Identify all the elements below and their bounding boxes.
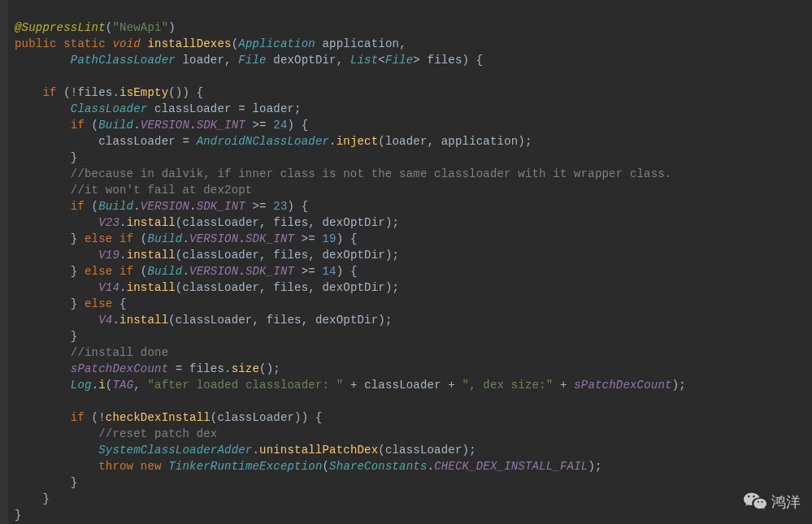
var: files	[273, 249, 308, 262]
kw-else: else	[85, 297, 112, 310]
method: size	[232, 362, 259, 375]
annotation: @SuppressLint	[15, 21, 106, 34]
const: SDK_INT	[245, 232, 294, 245]
type: TinkerRuntimeException	[168, 460, 322, 473]
var: dexOptDir	[323, 249, 385, 262]
method: i	[98, 379, 106, 392]
comment: //reset patch dex	[98, 427, 217, 440]
var: dexOptDir	[323, 216, 385, 229]
watermark: 鸿洋	[744, 492, 801, 513]
var: files	[77, 86, 112, 99]
var: classLoader	[98, 135, 176, 148]
var: dexOptDir	[323, 281, 385, 294]
type: PathClassLoader	[71, 54, 176, 67]
const: SDK_INT	[245, 265, 294, 278]
type: SystemClassLoaderAdder	[98, 444, 252, 457]
editor-gutter	[0, 0, 8, 524]
num: 24	[273, 119, 287, 132]
static: V14	[98, 281, 119, 294]
var: classLoader	[182, 249, 259, 262]
var: classLoader	[154, 102, 232, 115]
const: TAG	[112, 379, 133, 392]
param: files	[428, 54, 462, 67]
var: dexOptDir	[315, 314, 378, 327]
const: CHECK_DEX_INSTALL_FAIL	[434, 460, 588, 473]
var: files	[273, 216, 308, 229]
var: classLoader	[182, 216, 259, 229]
annotation-arg: "NewApi"	[112, 21, 168, 34]
var: application	[441, 135, 519, 148]
type: File	[238, 54, 266, 67]
type: Build	[98, 119, 133, 132]
num: 23	[273, 200, 287, 213]
type: ShareConstants	[329, 460, 427, 473]
method: inject	[337, 135, 379, 148]
kw-if: if	[42, 86, 56, 99]
const: SDK_INT	[197, 200, 245, 213]
const: VERSION	[141, 119, 189, 132]
method: checkDexInstall	[106, 411, 211, 424]
static: V4	[98, 314, 112, 327]
type: Log	[71, 379, 92, 392]
method: install	[127, 249, 176, 262]
param: loader	[182, 54, 224, 67]
type: ClassLoader	[71, 102, 148, 115]
var: classLoader	[182, 281, 259, 294]
num: 14	[323, 265, 337, 278]
num: 19	[323, 232, 337, 245]
type: AndroidNClassLoader	[197, 135, 329, 148]
type: Build	[147, 265, 182, 278]
kw-if: if	[119, 265, 133, 278]
method: install	[127, 281, 176, 294]
comment: //it won't fail at dex2opt	[71, 184, 253, 197]
var: files	[267, 314, 302, 327]
const: VERSION	[141, 200, 189, 213]
static: V23	[98, 216, 119, 229]
type: Build	[147, 232, 182, 245]
method: uninstallPatchDex	[259, 444, 378, 457]
var: classLoader	[176, 314, 253, 327]
kw-static: static	[63, 37, 106, 50]
var: classLoader	[217, 411, 294, 424]
var: files	[189, 362, 224, 375]
kw-new: new	[141, 460, 162, 473]
const: SDK_INT	[197, 119, 245, 132]
kw-throw: throw	[98, 460, 133, 473]
kw-if: if	[71, 411, 85, 424]
kw-else: else	[85, 232, 112, 245]
const: VERSION	[189, 265, 238, 278]
var: loader	[252, 102, 294, 115]
type: Application	[238, 37, 315, 50]
var: files	[273, 281, 308, 294]
method: install	[127, 216, 176, 229]
kw-public: public	[15, 37, 57, 50]
static: V19	[98, 249, 119, 262]
method-name: installDexes	[147, 37, 231, 50]
param: application	[323, 37, 400, 50]
kw-if: if	[71, 200, 85, 213]
kw-if: if	[71, 119, 85, 132]
type: Build	[98, 200, 133, 213]
type: List	[350, 54, 378, 67]
static-var: sPatchDexCount	[71, 362, 168, 375]
var: loader	[385, 135, 428, 148]
comment: //because in dalvik, if inner class is n…	[71, 167, 672, 180]
watermark-text: 鸿洋	[771, 494, 801, 510]
code-editor: @SuppressLint("NewApi") public static vo…	[0, 0, 812, 524]
method: isEmpty	[119, 86, 168, 99]
const: VERSION	[189, 232, 238, 245]
string: "after loaded classloader: "	[147, 379, 343, 392]
type: File	[385, 54, 413, 67]
kw-if: if	[119, 232, 133, 245]
param: dexOptDir	[273, 54, 336, 67]
string: ", dex size:"	[462, 379, 554, 392]
var: classLoader	[364, 379, 441, 392]
var: classLoader	[385, 444, 462, 457]
wechat-icon	[744, 492, 766, 513]
method: install	[119, 314, 168, 327]
comment: //install done	[71, 346, 168, 359]
static-var: sPatchDexCount	[574, 379, 671, 392]
kw-else: else	[85, 265, 112, 278]
kw-void: void	[112, 37, 140, 50]
